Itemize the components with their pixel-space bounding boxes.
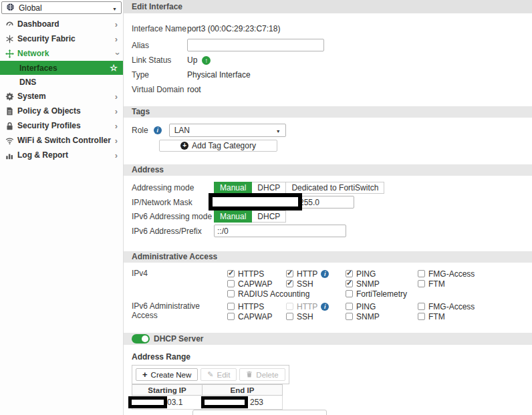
info-icon[interactable] <box>321 303 329 311</box>
favorite-star-icon[interactable] <box>110 63 118 73</box>
checkbox-ipv4-ssh[interactable]: SSH <box>286 279 346 289</box>
info-icon[interactable] <box>154 126 162 134</box>
sidebar-item-log-report[interactable]: Log & Report <box>0 148 123 162</box>
checkbox-ipv6-ping[interactable]: PING <box>346 301 418 311</box>
plus-circle-icon <box>180 142 188 150</box>
dhcp-server-toggle[interactable] <box>132 334 150 343</box>
checkbox <box>346 303 353 310</box>
addressing-mode-dhcp[interactable]: DHCP <box>252 182 286 194</box>
checkbox-ipv4-capwap[interactable]: CAPWAP <box>227 279 286 289</box>
ipv4-access-grid: HTTPS CAPWAP RADIUS Accounting HTTP SSH … <box>227 269 485 299</box>
sidebar-item-label: Security Fabric <box>17 34 115 43</box>
role-value: LAN <box>174 126 190 135</box>
checkbox <box>227 270 235 277</box>
checkbox-ipv4-fmg-access[interactable]: FMG-Access <box>418 269 485 279</box>
checkbox-ipv6-snmp[interactable]: SNMP <box>346 311 418 321</box>
ip-network-mask-label: IP/Network Mask <box>132 198 214 207</box>
checkbox-ipv6-http[interactable]: HTTP <box>286 301 346 311</box>
checkbox <box>346 280 353 287</box>
checkbox-ipv6-capwap[interactable]: CAPWAP <box>227 311 286 321</box>
dhcp-server-section-header: DHCP Server <box>124 333 532 345</box>
addressing-mode-fortiswitch[interactable]: Dedicated to FortiSwitch <box>286 182 384 194</box>
chevron-right-icon <box>115 136 118 146</box>
address-range-label: Address Range <box>132 352 532 362</box>
ipv4-access-label: IPv4 <box>132 269 227 278</box>
sidebar-item-wifi-switch[interactable]: WiFi & Switch Controller <box>0 133 123 148</box>
bar-chart-icon <box>5 151 17 160</box>
checkbox <box>227 290 235 297</box>
checkbox-ipv4-fortitelemetry[interactable]: FortiTelemetry <box>346 289 418 299</box>
interface-name-label: Interface Name <box>132 24 187 33</box>
link-status-value: Up <box>187 55 197 65</box>
sidebar-item-system[interactable]: System <box>0 89 123 104</box>
role-dropdown[interactable]: LAN <box>169 124 286 137</box>
sidebar-item-label: Dashboard <box>17 19 115 29</box>
chevron-right-icon <box>115 19 118 29</box>
ipv6-address-prefix-input[interactable] <box>214 225 346 237</box>
checkbox-ipv4-ping[interactable]: PING <box>346 269 418 279</box>
checkbox-ipv6-fmg-access[interactable]: FMG-Access <box>418 301 485 311</box>
checkbox-ipv4-radius[interactable]: RADIUS Accounting <box>227 289 286 299</box>
checkbox-ipv4-ftm[interactable]: FTM <box>418 279 485 289</box>
ipv6-mode-manual[interactable]: Manual <box>214 211 252 223</box>
sidebar-item-network[interactable]: Network <box>0 46 123 61</box>
table-row[interactable]: 03.1 253 <box>132 396 283 410</box>
starting-ip-header[interactable]: Starting IP <box>132 385 203 396</box>
edit-button[interactable]: Edit <box>201 368 237 381</box>
network-icon <box>5 49 17 58</box>
sidebar-item-policy-objects[interactable]: Policy & Objects <box>0 104 123 118</box>
caret-down-icon <box>112 3 117 13</box>
security-fabric-icon <box>5 35 17 43</box>
address-range-table: Starting IP End IP 03.1 253 <box>132 384 283 410</box>
chevron-right-icon <box>115 106 118 116</box>
dhcp-server-label: DHCP Server <box>154 333 203 345</box>
partial-cropped-panel <box>192 410 327 415</box>
ipv6-mode-dhcp[interactable]: DHCP <box>252 211 286 223</box>
checkbox-ipv6-ftm[interactable]: FTM <box>418 311 485 321</box>
tags-section-header: Tags <box>124 106 532 118</box>
info-icon[interactable] <box>321 270 329 278</box>
gear-icon <box>5 92 17 101</box>
checkbox <box>346 290 353 297</box>
pencil-icon <box>207 370 213 379</box>
end-ip-header[interactable]: End IP <box>203 385 283 396</box>
ipv6-addressing-mode-segment: Manual DHCP <box>214 211 286 223</box>
checkbox <box>286 313 293 320</box>
address-section-header: Address <box>124 164 532 176</box>
sidebar-item-security-fabric[interactable]: Security Fabric <box>0 31 123 46</box>
caret-down-icon <box>276 126 281 135</box>
type-label: Type <box>132 70 187 80</box>
delete-button[interactable]: Delete <box>239 368 285 381</box>
sidebar-item-interfaces[interactable]: Interfaces <box>0 61 123 75</box>
checkbox-ipv4-http[interactable]: HTTP <box>286 269 346 279</box>
chevron-right-icon <box>115 121 118 131</box>
checkbox-ipv4-https[interactable]: HTTPS <box>227 269 286 279</box>
dashboard-icon <box>5 20 17 29</box>
checkbox-ipv6-https[interactable]: HTTPS <box>227 301 286 311</box>
checkbox <box>418 270 425 277</box>
virtual-domain-label: Virtual Domain <box>132 85 187 94</box>
ipv6-access-grid: HTTPS CAPWAP HTTP SSH PING SNMP FMG-Acce… <box>227 301 485 321</box>
starting-ip-value: 03.1 <box>167 398 182 407</box>
vdom-select[interactable]: Global <box>1 1 122 14</box>
alias-input[interactable] <box>187 39 324 51</box>
virtual-domain-value: root <box>187 85 201 94</box>
checkbox-ipv6-ssh[interactable]: SSH <box>286 311 346 321</box>
chevron-right-icon <box>115 92 118 102</box>
redaction-box <box>209 193 302 211</box>
addressing-mode-segment: Manual DHCP Dedicated to FortiSwitch <box>214 182 384 194</box>
chevron-down-icon <box>112 52 122 55</box>
add-tag-category-button[interactable]: Add Tag Category <box>159 140 277 152</box>
redaction-box <box>128 396 167 408</box>
addressing-mode-manual[interactable]: Manual <box>214 182 252 194</box>
checkbox <box>346 313 353 320</box>
chevron-right-icon <box>115 150 118 160</box>
checkbox-ipv4-snmp[interactable]: SNMP <box>346 279 418 289</box>
sidebar-item-label: Interfaces <box>19 63 110 73</box>
alias-label: Alias <box>132 41 187 50</box>
sidebar-item-security-profiles[interactable]: Security Profiles <box>0 118 123 133</box>
sidebar-item-label: System <box>17 92 115 101</box>
create-new-button[interactable]: + Create New <box>136 368 198 381</box>
sidebar-item-dashboard[interactable]: Dashboard <box>0 17 123 31</box>
sidebar-item-dns[interactable]: DNS <box>0 75 123 89</box>
